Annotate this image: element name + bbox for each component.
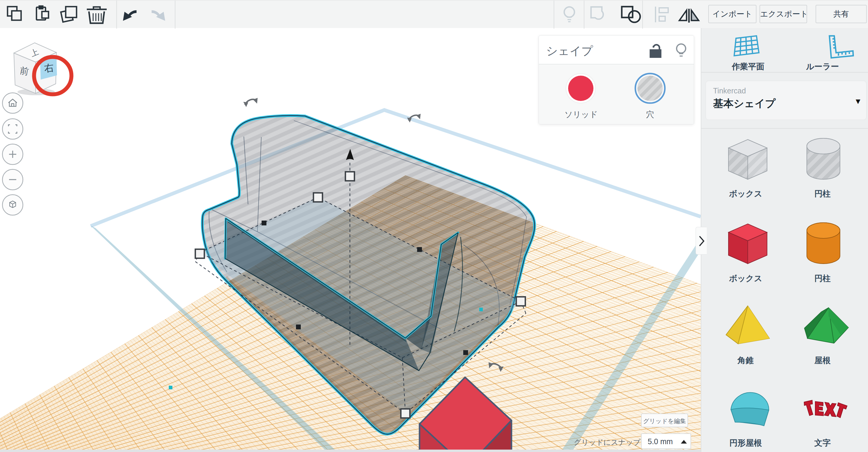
svg-text:前: 前 <box>19 65 30 77</box>
svg-text:右: 右 <box>43 62 55 74</box>
